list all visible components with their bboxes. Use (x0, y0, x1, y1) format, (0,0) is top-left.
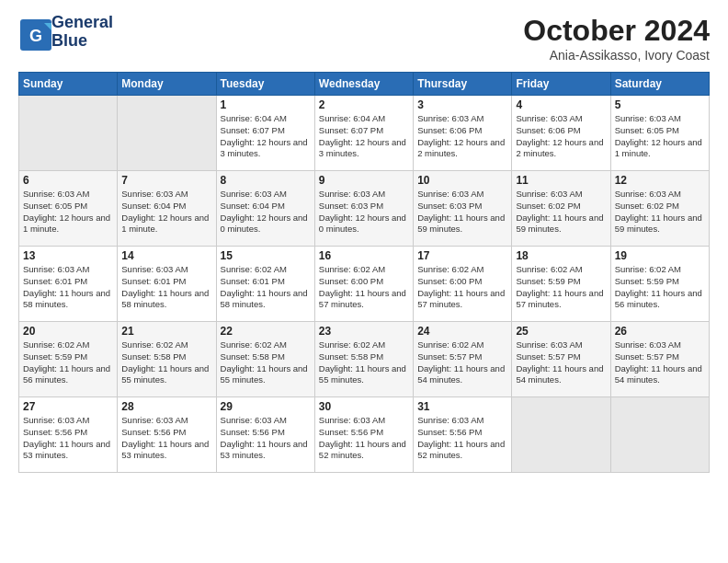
day-number: 3 (417, 98, 507, 111)
day-info: Sunrise: 6:03 AM Sunset: 5:56 PM Dayligh… (417, 415, 507, 462)
calendar-cell: 25Sunrise: 6:03 AM Sunset: 5:57 PM Dayli… (512, 322, 610, 397)
day-info: Sunrise: 6:02 AM Sunset: 5:59 PM Dayligh… (615, 264, 705, 311)
day-number: 10 (417, 174, 507, 187)
day-info: Sunrise: 6:02 AM Sunset: 5:58 PM Dayligh… (319, 339, 409, 386)
calendar-week-2: 6Sunrise: 6:03 AM Sunset: 6:05 PM Daylig… (19, 171, 710, 247)
calendar-cell: 21Sunrise: 6:02 AM Sunset: 5:58 PM Dayli… (118, 322, 216, 397)
day-info: Sunrise: 6:04 AM Sunset: 6:07 PM Dayligh… (319, 113, 409, 160)
calendar-week-5: 27Sunrise: 6:03 AM Sunset: 5:56 PM Dayli… (19, 397, 710, 473)
day-number: 14 (121, 249, 211, 262)
calendar-cell: 14Sunrise: 6:03 AM Sunset: 6:01 PM Dayli… (118, 247, 216, 322)
svg-text:G: G (29, 27, 42, 45)
day-header-sunday: Sunday (19, 73, 118, 96)
calendar-cell: 7Sunrise: 6:03 AM Sunset: 6:04 PM Daylig… (118, 171, 216, 247)
logo-line2: Blue (51, 32, 113, 51)
calendar-cell: 20Sunrise: 6:02 AM Sunset: 5:59 PM Dayli… (19, 322, 118, 397)
calendar-cell: 3Sunrise: 6:03 AM Sunset: 6:06 PM Daylig… (414, 96, 512, 171)
header: G General Blue October 2024 Ania-Assikas… (18, 14, 710, 63)
calendar-cell: 18Sunrise: 6:02 AM Sunset: 5:59 PM Dayli… (512, 247, 610, 322)
calendar-cell: 10Sunrise: 6:03 AM Sunset: 6:03 PM Dayli… (414, 171, 512, 247)
day-number: 1 (221, 98, 311, 111)
calendar-cell: 31Sunrise: 6:03 AM Sunset: 5:56 PM Dayli… (414, 397, 512, 473)
calendar-cell (610, 397, 709, 473)
calendar-cell: 9Sunrise: 6:03 AM Sunset: 6:03 PM Daylig… (314, 171, 413, 247)
day-info: Sunrise: 6:03 AM Sunset: 6:03 PM Dayligh… (417, 189, 507, 236)
day-number: 11 (516, 174, 606, 187)
calendar-cell: 26Sunrise: 6:03 AM Sunset: 5:57 PM Dayli… (610, 322, 709, 397)
location-subtitle: Ania-Assikasso, Ivory Coast (523, 48, 710, 63)
calendar-cell: 11Sunrise: 6:03 AM Sunset: 6:02 PM Dayli… (512, 171, 610, 247)
day-info: Sunrise: 6:03 AM Sunset: 5:56 PM Dayligh… (221, 415, 311, 462)
logo-line1: General (51, 14, 113, 32)
calendar-cell: 12Sunrise: 6:03 AM Sunset: 6:02 PM Dayli… (610, 171, 709, 247)
calendar-cell: 16Sunrise: 6:02 AM Sunset: 6:00 PM Dayli… (314, 247, 413, 322)
day-number: 13 (23, 249, 113, 262)
calendar-cell: 24Sunrise: 6:02 AM Sunset: 5:57 PM Dayli… (414, 322, 512, 397)
day-info: Sunrise: 6:03 AM Sunset: 5:56 PM Dayligh… (121, 415, 211, 462)
day-number: 15 (221, 249, 311, 262)
month-title: October 2024 (523, 14, 710, 48)
day-number: 23 (319, 325, 409, 338)
calendar-cell: 29Sunrise: 6:03 AM Sunset: 5:56 PM Dayli… (216, 397, 314, 473)
day-number: 5 (615, 98, 705, 111)
day-info: Sunrise: 6:02 AM Sunset: 6:01 PM Dayligh… (221, 264, 311, 311)
day-number: 20 (23, 325, 113, 338)
day-number: 8 (221, 174, 311, 187)
day-number: 17 (417, 249, 507, 262)
calendar-week-3: 13Sunrise: 6:03 AM Sunset: 6:01 PM Dayli… (19, 247, 710, 322)
calendar-cell: 28Sunrise: 6:03 AM Sunset: 5:56 PM Dayli… (118, 397, 216, 473)
day-number: 30 (319, 400, 409, 413)
day-info: Sunrise: 6:03 AM Sunset: 6:02 PM Dayligh… (615, 189, 705, 236)
day-number: 21 (121, 325, 211, 338)
day-header-wednesday: Wednesday (314, 73, 413, 96)
calendar-cell: 2Sunrise: 6:04 AM Sunset: 6:07 PM Daylig… (314, 96, 413, 171)
day-info: Sunrise: 6:03 AM Sunset: 5:57 PM Dayligh… (615, 339, 705, 386)
calendar-cell: 4Sunrise: 6:03 AM Sunset: 6:06 PM Daylig… (512, 96, 610, 171)
day-info: Sunrise: 6:04 AM Sunset: 6:07 PM Dayligh… (221, 113, 311, 160)
day-info: Sunrise: 6:03 AM Sunset: 6:01 PM Dayligh… (121, 264, 211, 311)
day-info: Sunrise: 6:03 AM Sunset: 6:03 PM Dayligh… (319, 189, 409, 236)
day-info: Sunrise: 6:03 AM Sunset: 5:57 PM Dayligh… (516, 339, 606, 386)
day-info: Sunrise: 6:02 AM Sunset: 5:59 PM Dayligh… (23, 339, 113, 386)
logo-icon: G (18, 17, 48, 47)
day-number: 22 (221, 325, 311, 338)
calendar-cell (19, 96, 118, 171)
day-info: Sunrise: 6:03 AM Sunset: 6:04 PM Dayligh… (121, 189, 211, 236)
day-info: Sunrise: 6:03 AM Sunset: 5:56 PM Dayligh… (319, 415, 409, 462)
calendar-cell: 22Sunrise: 6:02 AM Sunset: 5:58 PM Dayli… (216, 322, 314, 397)
day-info: Sunrise: 6:03 AM Sunset: 6:06 PM Dayligh… (516, 113, 606, 160)
day-number: 24 (417, 325, 507, 338)
calendar-cell: 13Sunrise: 6:03 AM Sunset: 6:01 PM Dayli… (19, 247, 118, 322)
day-number: 12 (615, 174, 705, 187)
calendar: SundayMondayTuesdayWednesdayThursdayFrid… (18, 72, 710, 473)
day-info: Sunrise: 6:02 AM Sunset: 5:58 PM Dayligh… (221, 339, 311, 386)
day-number: 27 (23, 400, 113, 413)
calendar-cell: 23Sunrise: 6:02 AM Sunset: 5:58 PM Dayli… (314, 322, 413, 397)
day-number: 16 (319, 249, 409, 262)
calendar-cell: 17Sunrise: 6:02 AM Sunset: 6:00 PM Dayli… (414, 247, 512, 322)
calendar-cell: 30Sunrise: 6:03 AM Sunset: 5:56 PM Dayli… (314, 397, 413, 473)
day-header-tuesday: Tuesday (216, 73, 314, 96)
calendar-header-row: SundayMondayTuesdayWednesdayThursdayFrid… (19, 73, 710, 96)
day-number: 6 (23, 174, 113, 187)
calendar-cell: 19Sunrise: 6:02 AM Sunset: 5:59 PM Dayli… (610, 247, 709, 322)
day-info: Sunrise: 6:02 AM Sunset: 5:58 PM Dayligh… (121, 339, 211, 386)
calendar-cell: 8Sunrise: 6:03 AM Sunset: 6:04 PM Daylig… (216, 171, 314, 247)
calendar-cell: 27Sunrise: 6:03 AM Sunset: 5:56 PM Dayli… (19, 397, 118, 473)
calendar-cell: 1Sunrise: 6:04 AM Sunset: 6:07 PM Daylig… (216, 96, 314, 171)
day-number: 26 (615, 325, 705, 338)
day-info: Sunrise: 6:03 AM Sunset: 6:05 PM Dayligh… (23, 189, 113, 236)
calendar-cell: 6Sunrise: 6:03 AM Sunset: 6:05 PM Daylig… (19, 171, 118, 247)
calendar-cell: 5Sunrise: 6:03 AM Sunset: 6:05 PM Daylig… (610, 96, 709, 171)
calendar-week-4: 20Sunrise: 6:02 AM Sunset: 5:59 PM Dayli… (19, 322, 710, 397)
calendar-week-1: 1Sunrise: 6:04 AM Sunset: 6:07 PM Daylig… (19, 96, 710, 171)
day-header-saturday: Saturday (610, 73, 709, 96)
day-info: Sunrise: 6:03 AM Sunset: 5:56 PM Dayligh… (23, 415, 113, 462)
day-number: 29 (221, 400, 311, 413)
day-number: 18 (516, 249, 606, 262)
day-number: 9 (319, 174, 409, 187)
day-number: 4 (516, 98, 606, 111)
logo-text: General Blue (51, 14, 113, 51)
day-info: Sunrise: 6:02 AM Sunset: 5:59 PM Dayligh… (516, 264, 606, 311)
page: G General Blue October 2024 Ania-Assikas… (0, 0, 728, 563)
